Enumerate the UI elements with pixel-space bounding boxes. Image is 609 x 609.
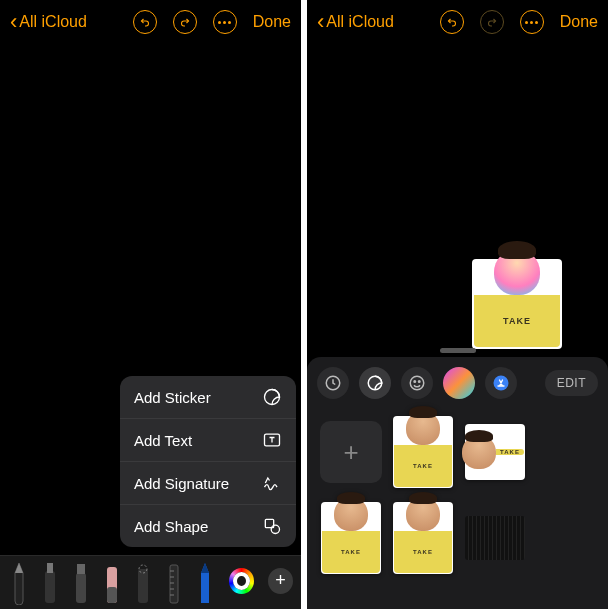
svg-point-18 [419,381,421,383]
chevron-left-icon: ‹ [317,11,324,33]
sticker-cell[interactable]: TAKE [319,499,383,577]
more-button[interactable] [213,10,237,34]
back-label: All iCloud [326,13,394,31]
tool-ruler[interactable] [163,559,184,605]
redo-button[interactable] [173,10,197,34]
svg-point-17 [414,381,416,383]
tab-recents[interactable] [317,367,349,399]
sticker-cell[interactable]: TAKE [463,413,527,491]
sticker-cell[interactable] [535,499,599,577]
menu-item-add-text[interactable]: Add Text [120,419,296,462]
svg-rect-10 [107,587,117,603]
done-button[interactable]: Done [253,13,291,31]
edit-label: EDIT [557,376,586,390]
placed-sticker[interactable]: TAKE [472,259,562,349]
svg-rect-8 [77,564,85,574]
svg-rect-5 [45,571,55,603]
svg-rect-6 [47,563,53,573]
svg-point-4 [271,525,279,533]
sticker-head-icon [334,497,368,531]
svg-rect-11 [138,569,148,603]
svg-point-16 [410,376,424,390]
nav-bar: ‹ All iCloud Done [0,0,301,44]
sticker-tee-text: TAKE [413,549,433,555]
markup-toolbar: + [0,555,301,609]
menu-item-add-signature[interactable]: Add Signature [120,462,296,505]
phone-right: ‹ All iCloud Done TAKE [307,0,608,609]
menu-item-label: Add Signature [134,475,229,492]
undo-button[interactable] [440,10,464,34]
menu-item-add-shape[interactable]: Add Shape [120,505,296,547]
sticker-icon [262,387,282,407]
add-sticker-cell[interactable]: + [319,413,383,491]
more-button[interactable] [520,10,544,34]
menu-item-label: Add Shape [134,518,208,535]
sticker-cell[interactable]: TAKE [391,413,455,491]
back-label: All iCloud [19,13,87,31]
chevron-left-icon: ‹ [10,11,17,33]
phone-left: ‹ All iCloud Done Add Sticker [0,0,301,609]
tool-marker[interactable] [39,559,60,605]
tab-stickers[interactable] [359,367,391,399]
sticker-tee-text: TAKE [341,549,361,555]
signature-icon [262,473,282,493]
tool-highlighter[interactable] [70,559,91,605]
tool-pencil[interactable] [194,559,215,605]
add-button[interactable]: + [268,568,293,594]
sticker-body: TAKE [474,295,560,347]
nav-bar: ‹ All iCloud Done [307,0,608,44]
done-button[interactable]: Done [560,13,598,31]
menu-item-label: Add Sticker [134,389,211,406]
sticker-grid: + TAKE TAKE TAKE [317,413,598,577]
redo-button-disabled [480,10,504,34]
tab-appstore[interactable] [485,367,517,399]
nav-actions: Done [133,10,291,34]
keyboard-sticker-icon [465,516,525,560]
sticker-head-icon [406,411,440,445]
sticker-tee-text: TAKE [500,449,520,455]
plus-icon: + [320,421,382,483]
back-button[interactable]: ‹ All iCloud [10,11,133,33]
edit-button[interactable]: EDIT [545,370,598,396]
sticker-head-icon [406,497,440,531]
shapes-icon [262,516,282,536]
undo-button[interactable] [133,10,157,34]
tool-lasso[interactable] [132,559,153,605]
color-picker-button[interactable] [229,568,254,594]
sticker-cell[interactable] [535,413,599,491]
svg-rect-7 [76,573,86,603]
sticker-tee-text: TAKE [413,463,433,469]
menu-item-add-sticker[interactable]: Add Sticker [120,376,296,419]
menu-item-label: Add Text [134,432,192,449]
sticker-tee-text: TAKE [503,316,531,326]
sticker-cell[interactable] [463,499,527,577]
add-menu: Add Sticker Add Text Add Signature Add S… [120,376,296,547]
back-button[interactable]: ‹ All iCloud [317,11,440,33]
sticker-head-icon [462,435,496,469]
nav-actions: Done [440,10,598,34]
sheet-grabber[interactable] [440,348,476,353]
tab-memoji[interactable] [443,367,475,399]
sticker-cell[interactable]: TAKE [391,499,455,577]
sticker-panel: EDIT + TAKE TAKE [307,357,608,609]
tool-pen[interactable] [8,559,29,605]
sticker-tabs: EDIT [317,367,598,399]
tool-eraser[interactable] [101,559,122,605]
text-box-icon [262,430,282,450]
sticker-head-icon [494,249,540,295]
tab-emoji[interactable] [401,367,433,399]
